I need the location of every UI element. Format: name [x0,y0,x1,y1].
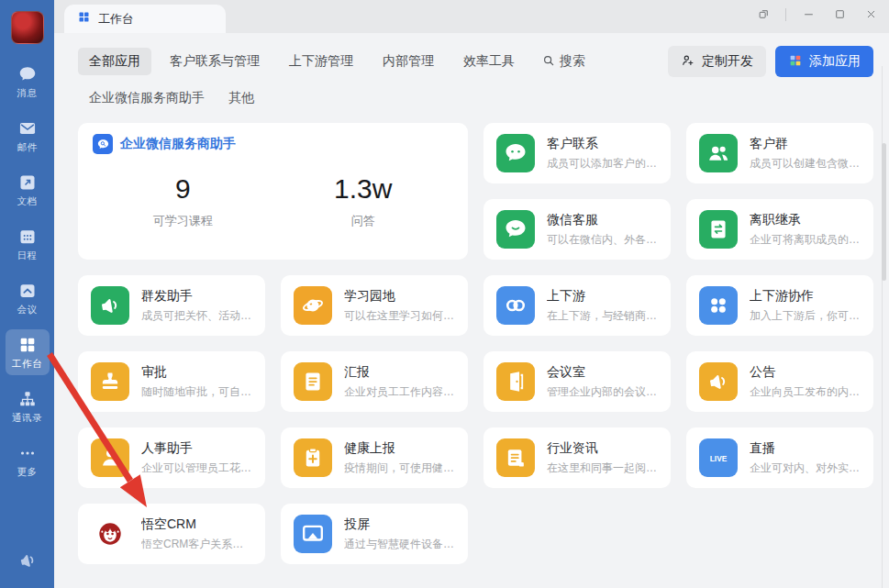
app-name: 微信客服 [547,212,658,228]
app-card-公告[interactable]: 公告企业向员工发布的内部... [686,351,873,412]
app-name: 上下游 [547,288,658,305]
sidebar-item-消息[interactable]: 消息 [6,59,50,105]
app-name: 会议室 [547,364,658,381]
minimize-icon[interactable] [795,3,821,27]
sidebar-item-邮件[interactable]: 邮件 [6,113,50,159]
app-card-text: 悟空CRM悟空CRM客户关系管理... [141,516,252,552]
featured-stats: 9 可学习课程 1.3w 问答 [93,154,453,249]
stat-qa: 1.3w 问答 [273,173,454,229]
doc-transfer-icon [699,210,738,249]
app-card-会议室[interactable]: 会议室管理企业内部的会议室... [483,351,671,412]
app-card-群发助手[interactable]: 群发助手成员可把关怀、活动等... [78,275,265,336]
app-name: 健康上报 [344,440,455,457]
filter-客户联系与管理[interactable]: 客户联系与管理 [159,48,271,75]
app-card-学习园地[interactable]: 学习园地可以在这里学习如何做... [281,275,468,336]
app-card-汇报[interactable]: 汇报企业对员工工作内容及... [281,351,468,412]
filter-全部应用[interactable]: 全部应用 [78,48,151,75]
filter-其他[interactable]: 其他 [228,85,254,111]
app-description: 疫情期间，可使用健康... [344,460,455,476]
user-avatar[interactable] [11,11,44,44]
search-button[interactable]: 搜索 [533,48,595,75]
app-card-text: 会议室管理企业内部的会议室... [547,364,658,400]
app-description: 可以在这里学习如何做... [344,308,455,324]
app-name: 人事助手 [141,440,252,457]
sidebar-item-label: 日程 [17,250,38,262]
app-card-text: 上下游协作加入上下游后，你可以... [750,288,861,324]
app-card-text: 客户联系成员可以添加客户的微... [547,136,658,172]
featured-header: 企业微信服务商助手 [93,134,453,154]
sidebar-item-更多[interactable]: 更多 [6,438,50,483]
filter-效率工具[interactable]: 效率工具 [452,48,526,75]
app-card-健康上报[interactable]: 健康上报疫情期间，可使用健康... [281,427,468,488]
filter-上下游管理[interactable]: 上下游管理 [278,48,364,75]
scrollbar-thumb[interactable] [882,143,886,281]
app-card-text: 客户群成员可以创建包含微信... [750,136,861,172]
app-card-客户联系[interactable]: 客户联系成员可以添加客户的微... [483,123,671,183]
report-doc-icon [294,362,332,401]
grid-icon [77,10,91,28]
chat-smile-icon [496,210,535,249]
app-card-text: 健康上报疫情期间，可使用健康... [344,440,455,476]
app-card-悟空CRM[interactable]: 悟空CRM悟空CRM客户关系管理... [78,504,265,564]
app-name: 悟空CRM [141,516,252,533]
horn-icon[interactable] [17,549,39,575]
tab-label: 工作台 [98,11,134,28]
app-card-上下游[interactable]: 上下游在上下游，与经销商、... [483,275,671,336]
close-icon[interactable] [858,3,883,27]
service-helper-icon [93,134,113,154]
add-app-button[interactable]: 添加应用 [775,46,873,77]
app-card-上下游协作[interactable]: 上下游协作加入上下游后，你可以... [686,275,873,336]
header-actions: 定制开发 添加应用 [668,46,873,77]
customize-dev-button[interactable]: 定制开发 [668,46,766,77]
app-description: 在这里和同事一起阅读... [547,460,658,476]
featured-card-service-helper[interactable]: 企业微信服务商助手 9 可学习课程 1.3w 问答 [78,123,468,260]
stat-courses-value: 9 [93,173,273,205]
app-card-直播[interactable]: LIVE直播企业可对内、对外实时... [686,427,873,488]
sidebar-item-会议[interactable]: 会议 [6,275,50,321]
tab-workbench[interactable]: 工作台 [64,5,226,33]
sidebar-item-label: 文档 [17,195,38,208]
app-card-text: 审批随时随地审批，可自定... [141,364,252,400]
links-icon [496,286,535,325]
filter-企业微信服务商助手[interactable]: 企业微信服务商助手 [89,85,205,111]
app-card-投屏[interactable]: 投屏通过与智慧硬件设备的... [281,504,468,564]
app-card-人事助手[interactable]: 人事助手企业可以管理员工花名... [78,427,265,488]
app-description: 成员可以创建包含微信... [750,156,861,172]
filter-内部管理[interactable]: 内部管理 [372,48,445,75]
app-name: 审批 [141,364,252,381]
app-card-离职继承[interactable]: 离职继承企业可将离职成员的客... [686,199,873,260]
wecom-window: 消息邮件文档日程会议工作台通讯录更多 工作台 全部应用客户联系与管理上下游管理内… [0,0,889,588]
live-icon: LIVE [699,438,738,477]
app-name: 汇报 [344,364,455,381]
message-icon [17,64,38,84]
maximize-icon[interactable] [827,3,852,27]
news-doc-icon [496,438,535,477]
tab-bar: 工作台 [54,0,889,33]
customize-dev-icon [681,53,695,71]
contacts-icon [17,389,38,409]
cast-screen-icon [294,515,332,553]
add-app-label: 添加应用 [809,53,861,70]
stat-qa-value: 1.3w [273,173,454,205]
stamp-icon [91,362,129,401]
sidebar-item-工作台[interactable]: 工作台 [6,329,50,375]
calendar-icon [17,227,38,247]
app-card-行业资讯[interactable]: 行业资讯在这里和同事一起阅读... [483,427,671,488]
float-window-icon[interactable] [750,3,776,27]
app-name: 行业资讯 [547,440,658,457]
sidebar-item-日程[interactable]: 日程 [6,221,50,267]
app-card-客户群[interactable]: 客户群成员可以创建包含微信... [686,123,873,183]
sidebar-item-label: 会议 [17,304,38,316]
featured-title: 企业微信服务商助手 [120,136,236,152]
controls-divider [785,8,786,21]
sidebar-item-文档[interactable]: 文档 [6,167,50,213]
app-description: 通过与智慧硬件设备的... [344,537,455,552]
docs-icon [17,172,38,193]
grid-icon [17,335,38,355]
app-card-text: 行业资讯在这里和同事一起阅读... [547,440,658,476]
more-dots-icon [17,443,38,463]
app-card-微信客服[interactable]: 微信客服可以在微信内、外各个... [483,199,671,260]
sidebar-item-通讯录[interactable]: 通讯录 [6,383,50,429]
app-card-审批[interactable]: 审批随时随地审批，可自定... [78,351,265,412]
stat-courses: 9 可学习课程 [93,173,273,229]
